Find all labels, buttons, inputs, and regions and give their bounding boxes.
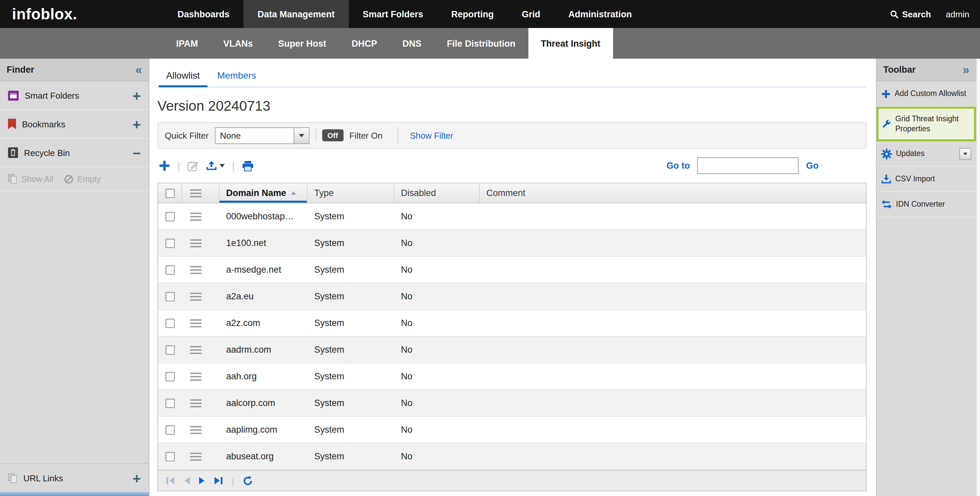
row-checkbox[interactable] [165, 319, 175, 328]
subnav-file-distribution[interactable]: File Distribution [434, 28, 528, 59]
row-checkbox[interactable] [165, 372, 175, 381]
subnav-ipam[interactable]: IPAM [164, 28, 211, 59]
row-menu-icon[interactable] [190, 399, 202, 407]
updates-dropdown-button[interactable] [959, 148, 971, 160]
subnav-dhcp[interactable]: DHCP [339, 28, 390, 59]
toolbar-item-csv-import[interactable]: CSV Import [877, 167, 976, 192]
row-checkbox[interactable] [165, 238, 175, 248]
type-cell: System [307, 318, 394, 328]
row-checkbox[interactable] [165, 265, 175, 274]
row-menu-icon[interactable] [190, 452, 202, 460]
nav-grid[interactable]: Grid [508, 0, 554, 28]
add-url-link-button[interactable]: + [132, 471, 141, 485]
column-header-domain-name[interactable]: Domain Name [220, 183, 307, 203]
tab-members[interactable]: Members [208, 65, 265, 87]
divider: | [177, 160, 180, 171]
finder-item-recycle-bin[interactable]: Recycle Bin − [0, 139, 149, 167]
empty-recycle-bin-button[interactable]: Empty [64, 174, 101, 184]
tab-allowlist[interactable]: Allowlist [158, 65, 208, 87]
divider: | [231, 475, 234, 486]
subnav-super-host[interactable]: Super Host [266, 28, 339, 59]
nav-administration[interactable]: Administration [554, 0, 646, 28]
toolbar-title: Toolbar [883, 65, 916, 74]
column-header-disabled[interactable]: Disabled [394, 183, 480, 203]
row-menu-icon[interactable] [190, 292, 202, 300]
table-menu-icon[interactable] [190, 189, 202, 197]
domain-cell: aaplimg.com [220, 425, 307, 435]
toolbar-item-idn-converter[interactable]: IDN Converter [877, 192, 976, 217]
toolbar-item-add-custom-allowlist[interactable]: Add Custom Allowlist [877, 81, 976, 107]
table-row[interactable]: aadrm.com System No [158, 337, 866, 363]
toolbar-header: Toolbar » [877, 59, 976, 81]
row-checkbox[interactable] [165, 212, 175, 221]
quick-filter-select[interactable]: None [215, 127, 309, 144]
next-page-button[interactable] [199, 477, 205, 485]
table-row[interactable]: 1e100.net System No [158, 230, 866, 257]
scrollbar-track[interactable] [976, 59, 980, 496]
goto-group: Go to Go [667, 157, 865, 174]
toolbar-item-updates[interactable]: Updates [877, 141, 976, 167]
subnav-dns[interactable]: DNS [390, 28, 434, 59]
print-button[interactable] [242, 160, 253, 171]
subnav-vlans[interactable]: VLANs [211, 28, 266, 59]
finder-item-bookmarks[interactable]: Bookmarks + [0, 110, 149, 139]
toolbar-item-grid-threat-insight-properties[interactable]: Grid Threat Insight Properties [877, 107, 976, 141]
filter-toggle[interactable]: Off [322, 129, 343, 141]
table-row[interactable]: a2z.com System No [158, 310, 866, 337]
add-entry-button[interactable] [159, 160, 170, 171]
show-filter-link[interactable]: Show Filter [410, 130, 453, 140]
add-smart-folder-button[interactable]: + [132, 88, 141, 102]
select-all-checkbox[interactable] [165, 189, 175, 198]
row-checkbox[interactable] [165, 398, 175, 408]
table-row[interactable]: a2a.eu System No [158, 283, 866, 310]
row-menu-icon[interactable] [190, 372, 202, 380]
collapse-finder-icon[interactable]: « [135, 64, 142, 76]
row-menu-icon[interactable] [190, 239, 202, 247]
main-content: Allowlist Members Version 20240713 Quick… [150, 59, 876, 496]
refresh-button[interactable] [243, 476, 253, 486]
expand-toolbar-icon[interactable]: » [963, 64, 969, 76]
user-menu[interactable]: admin [946, 9, 969, 19]
column-header-type[interactable]: Type [307, 183, 394, 203]
row-checkbox[interactable] [165, 345, 175, 354]
finder-resize-handle[interactable] [0, 492, 149, 496]
collapse-recycle-bin-button[interactable]: − [132, 146, 141, 160]
row-checkbox[interactable] [165, 425, 175, 434]
refresh-icon [243, 476, 253, 486]
quick-filter-dropdown-button[interactable] [293, 127, 309, 144]
previous-page-button[interactable] [183, 477, 190, 485]
table-row[interactable]: a-msedge.net System No [158, 257, 866, 283]
first-page-button[interactable] [166, 477, 175, 485]
show-all-button[interactable]: Show All [8, 174, 53, 184]
row-menu-icon[interactable] [190, 266, 202, 274]
row-menu-icon[interactable] [190, 212, 202, 220]
search-button[interactable]: Search [890, 9, 931, 19]
finder-item-smart-folders[interactable]: Smart Folders + [0, 81, 149, 110]
nav-reporting[interactable]: Reporting [437, 0, 508, 28]
subnav-threat-insight[interactable]: Threat Insight [528, 28, 613, 59]
nav-dashboards[interactable]: Dashboards [164, 0, 243, 28]
column-header-comment[interactable]: Comment [480, 183, 866, 203]
nav-data-management[interactable]: Data Management [243, 0, 348, 28]
table-row[interactable]: aalcorp.com System No [158, 390, 866, 417]
row-menu-icon[interactable] [190, 345, 202, 354]
row-checkbox[interactable] [165, 292, 175, 301]
nav-smart-folders[interactable]: Smart Folders [348, 0, 437, 28]
last-page-button[interactable] [214, 477, 223, 485]
previous-page-icon [183, 477, 190, 485]
table-row[interactable]: aah.org System No [158, 363, 866, 390]
table-row[interactable]: 000webhostap… System No [158, 203, 866, 230]
edit-button[interactable] [188, 160, 199, 171]
row-checkbox[interactable] [165, 452, 175, 461]
row-menu-icon[interactable] [190, 319, 202, 327]
column-label: Domain Name [226, 188, 286, 198]
go-button[interactable]: Go [806, 161, 819, 171]
goto-input[interactable] [697, 157, 799, 174]
add-bookmark-button[interactable]: + [132, 117, 141, 131]
import-button[interactable] [206, 161, 225, 171]
table-row[interactable]: aaplimg.com System No [158, 417, 866, 443]
type-cell: System [307, 451, 394, 461]
finder-item-url-links[interactable]: URL Links + [0, 463, 149, 492]
row-menu-icon[interactable] [190, 426, 202, 434]
table-row[interactable]: abuseat.org System No [158, 443, 866, 470]
